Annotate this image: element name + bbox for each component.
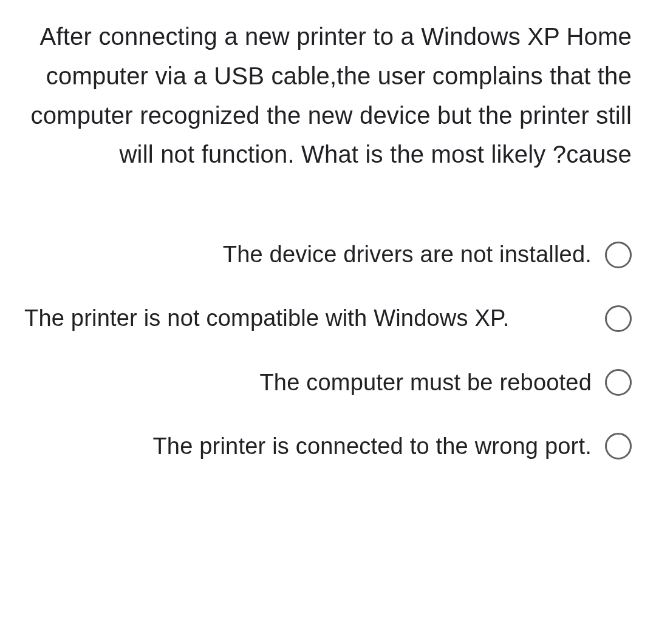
option-row[interactable]: The computer must be rebooted bbox=[24, 351, 632, 415]
radio-icon[interactable] bbox=[605, 433, 632, 459]
option-row[interactable]: The printer is not compatible with Windo… bbox=[24, 286, 632, 350]
option-row[interactable]: The device drivers are not installed. bbox=[24, 223, 632, 286]
option-label: The printer is connected to the wrong po… bbox=[24, 430, 592, 463]
options-list: The device drivers are not installed. Th… bbox=[24, 223, 632, 478]
option-label: The device drivers are not installed. bbox=[24, 239, 592, 271]
radio-icon[interactable] bbox=[605, 369, 632, 396]
radio-icon[interactable] bbox=[605, 242, 632, 268]
option-row[interactable]: The printer is connected to the wrong po… bbox=[24, 415, 632, 478]
radio-icon[interactable] bbox=[605, 305, 632, 332]
option-label: The printer is not compatible with Windo… bbox=[24, 302, 592, 334]
option-label: The computer must be rebooted bbox=[24, 367, 592, 399]
question-text: After connecting a new printer to a Wind… bbox=[24, 17, 632, 174]
